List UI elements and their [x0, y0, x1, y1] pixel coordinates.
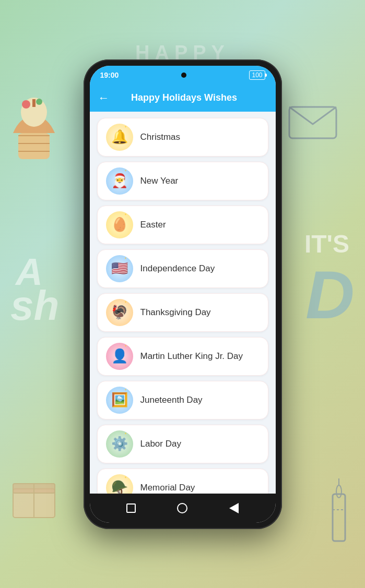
- easter-icon: 🥚: [106, 211, 133, 238]
- svg-rect-13: [13, 489, 55, 518]
- bg-box-icon: [8, 473, 60, 520]
- mlk-icon: 👤: [106, 343, 133, 370]
- easter-label: Easter: [140, 220, 166, 230]
- juneteenth-label: Juneteenth Day: [140, 395, 203, 405]
- nav-recents-button[interactable]: [123, 500, 139, 517]
- svg-point-2: [22, 100, 30, 109]
- list-item-easter[interactable]: 🥚 Easter: [97, 206, 268, 244]
- bg-candle-icon: [323, 463, 355, 546]
- labor-label: Labor Day: [140, 439, 181, 449]
- independence-icon: 🇺🇸: [106, 255, 133, 282]
- nav-square-icon: [126, 503, 136, 513]
- back-button[interactable]: ←: [98, 92, 110, 104]
- christmas-label: Christmas: [140, 132, 181, 142]
- thanksgiving-icon: 🦃: [106, 299, 133, 326]
- nav-bar: [90, 494, 276, 523]
- nav-home-button[interactable]: [174, 500, 191, 517]
- independence-label: Independence Day: [140, 263, 215, 274]
- svg-rect-4: [32, 99, 36, 107]
- list-item-christmas[interactable]: 🔔 Christmas: [97, 118, 268, 157]
- svg-rect-0: [18, 133, 50, 159]
- bg-deco-sh: sh: [10, 282, 59, 330]
- nav-triangle-icon: [229, 503, 239, 513]
- thanksgiving-label: Thanksgiving Day: [140, 307, 211, 318]
- list-item-thanksgiving[interactable]: 🦃 Thanksgiving Day: [97, 293, 268, 332]
- svg-rect-14: [13, 484, 55, 493]
- svg-point-1: [21, 98, 47, 127]
- bg-deco-a: A: [16, 250, 43, 293]
- svg-point-3: [36, 99, 42, 105]
- list-item-mlk[interactable]: 👤 Martin Luther King Jr. Day: [97, 337, 268, 376]
- christmas-icon: 🔔: [106, 124, 133, 151]
- svg-rect-9: [333, 494, 345, 541]
- nav-circle-icon: [177, 503, 187, 513]
- battery-indicator: 100: [249, 70, 265, 80]
- status-time: 19:00: [100, 71, 119, 79]
- phone-frame: 19:00 100 ← Happy Holidays Wishes 🔔 Chri…: [84, 59, 282, 529]
- list-item-newyear[interactable]: 🎅 New Year: [97, 162, 268, 200]
- labor-icon: ⚙️: [106, 430, 133, 458]
- phone-screen: 19:00 100 ← Happy Holidays Wishes 🔔 Chri…: [90, 66, 276, 523]
- bg-envelope-icon: [287, 104, 339, 141]
- svg-point-11: [336, 485, 342, 498]
- newyear-label: New Year: [140, 176, 179, 186]
- nav-back-button[interactable]: [226, 500, 242, 517]
- bg-cupcake-icon: [5, 94, 63, 167]
- list-item-labor[interactable]: ⚙️ Labor Day: [97, 425, 268, 463]
- holiday-list: 🔔 Christmas 🎅 New Year 🥚 Easter 🇺🇸 Indep…: [90, 112, 276, 494]
- bg-deco-d: D: [305, 256, 355, 334]
- list-item-memorial[interactable]: 🪖 Memorial Day: [97, 469, 268, 494]
- status-bar: 19:00 100: [90, 66, 276, 85]
- svg-rect-8: [289, 107, 336, 138]
- app-bar: ← Happy Holidays Wishes: [90, 85, 276, 112]
- memorial-icon: 🪖: [106, 474, 133, 494]
- app-title: Happy Holidays Wishes: [116, 92, 253, 103]
- list-item-juneteenth[interactable]: 🖼️ Juneteenth Day: [97, 381, 268, 419]
- camera-notch: [181, 73, 186, 78]
- list-item-independence[interactable]: 🇺🇸 Independence Day: [97, 249, 268, 288]
- bg-deco-its: IT'S: [304, 230, 349, 258]
- newyear-icon: 🎅: [106, 167, 133, 195]
- mlk-label: Martin Luther King Jr. Day: [140, 351, 243, 362]
- juneteenth-icon: 🖼️: [106, 387, 133, 414]
- memorial-label: Memorial Day: [140, 483, 195, 493]
